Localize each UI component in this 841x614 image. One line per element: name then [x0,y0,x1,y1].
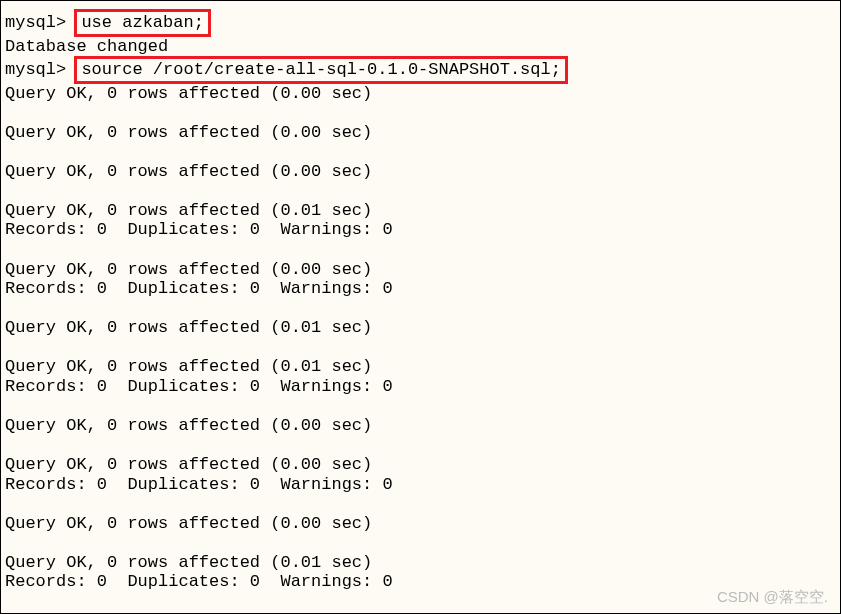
blank-line [5,494,836,514]
response-query-ok: Query OK, 0 rows affected (0.01 sec) [5,201,836,221]
highlight-source-command: source /root/create-all-sql-0.1.0-SNAPSH… [74,56,567,84]
response-query-ok: Query OK, 0 rows affected (0.01 sec) [5,318,836,338]
response-query-ok: Query OK, 0 rows affected (0.01 sec) [5,357,836,377]
blank-line [5,533,836,553]
response-query-ok: Query OK, 0 rows affected (0.00 sec) [5,416,836,436]
blank-line [5,299,836,319]
command-line-source: mysql> source /root/create-all-sql-0.1.0… [5,56,836,84]
response-records: Records: 0 Duplicates: 0 Warnings: 0 [5,279,836,299]
response-query-ok: Query OK, 0 rows affected (0.00 sec) [5,514,836,534]
blank-line [5,103,836,123]
response-query-ok: Query OK, 0 rows affected (0.00 sec) [5,84,836,104]
blank-line [5,142,836,162]
mysql-prompt: mysql> [5,60,66,79]
response-records: Records: 0 Duplicates: 0 Warnings: 0 [5,572,836,592]
response-query-ok: Query OK, 0 rows affected (0.00 sec) [5,260,836,280]
highlight-use-command: use azkaban; [74,9,210,37]
blank-line [5,240,836,260]
blank-line [5,435,836,455]
watermark-text: CSDN @落空空. [717,588,828,605]
blank-line [5,338,836,358]
response-query-ok: Query OK, 0 rows affected (0.01 sec) [5,553,836,573]
mysql-prompt: mysql> [5,13,66,32]
response-records: Records: 0 Duplicates: 0 Warnings: 0 [5,220,836,240]
blank-line [5,181,836,201]
response-query-ok: Query OK, 0 rows affected (0.00 sec) [5,162,836,182]
response-query-ok: Query OK, 0 rows affected (0.00 sec) [5,123,836,143]
command-line-use: mysql> use azkaban; [5,9,836,37]
response-query-ok: Query OK, 0 rows affected (0.00 sec) [5,455,836,475]
response-records: Records: 0 Duplicates: 0 Warnings: 0 [5,475,836,495]
response-db-changed: Database changed [5,37,836,57]
response-records: Records: 0 Duplicates: 0 Warnings: 0 [5,377,836,397]
blank-line [5,396,836,416]
